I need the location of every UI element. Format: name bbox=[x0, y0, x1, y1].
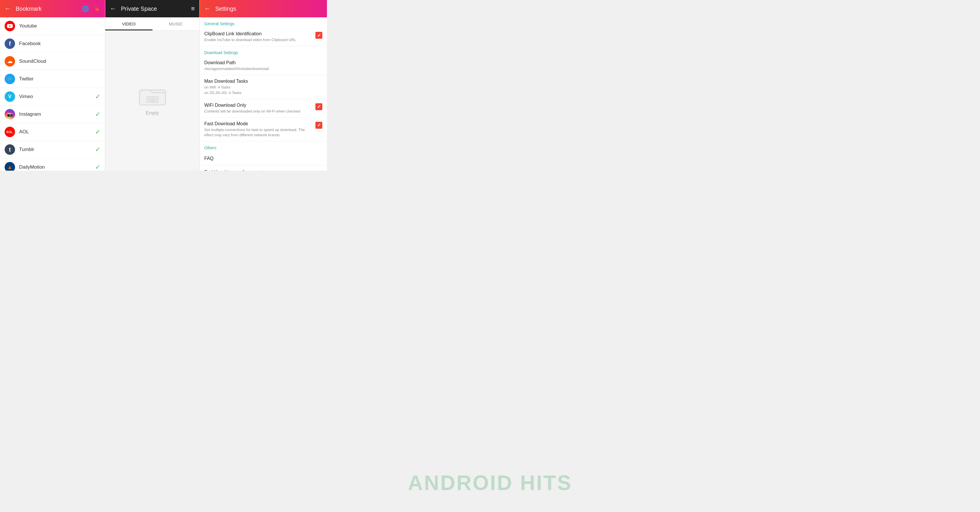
globe-icon[interactable]: 🌐 bbox=[82, 5, 89, 12]
bookmark-header: ← Bookmark 🌐 🔖 bbox=[0, 0, 105, 17]
site-name: Tumblr bbox=[19, 147, 95, 153]
item-text: Max Download Tasks on Wifi: 4 Tasks on 2… bbox=[204, 79, 322, 95]
empty-label: Empty bbox=[146, 110, 159, 116]
item-title: ClipBoard Link Identification bbox=[204, 31, 312, 37]
settings-panel: ← Settings General Settings ClipBoard Li… bbox=[200, 0, 327, 171]
bookmark-header-icons: 🌐 🔖 bbox=[82, 5, 100, 12]
bookmark-list: Youtube f Facebook ☁ SoundCloud 🐦 Twitte… bbox=[0, 17, 105, 171]
site-name: DailyMotion bbox=[19, 164, 95, 170]
item-title: Fast Download Mode bbox=[204, 121, 312, 126]
instagram-icon: 📷 bbox=[5, 109, 15, 119]
site-name: Facebook bbox=[19, 41, 100, 46]
site-name: SoundCloud bbox=[19, 59, 100, 64]
item-title: WiFi Download Only bbox=[204, 103, 312, 108]
settings-title: Settings bbox=[215, 5, 236, 12]
check-icon: ✓ bbox=[95, 93, 100, 100]
check-icon: ✓ bbox=[95, 128, 100, 136]
twitter-icon: 🐦 bbox=[5, 74, 15, 84]
private-space-panel: ← Private Space ≡ VIDEO MUSIC Empty bbox=[105, 0, 200, 171]
item-subtitle: on Wifi: 4 Tasks on 2G,3G,4G: 4 Tasks bbox=[204, 85, 319, 95]
item-text: Download Path /storage/emulated/0/Instub… bbox=[204, 60, 322, 72]
list-item[interactable]: ▲ DailyMotion ✓ bbox=[0, 159, 105, 171]
check-icon: ✓ bbox=[95, 146, 100, 153]
tab-music[interactable]: MUSIC bbox=[153, 17, 200, 30]
item-subtitle: /storage/emulated/0/Instube/download/ bbox=[204, 66, 319, 72]
bookmark-panel: ← Bookmark 🌐 🔖 Youtube f Facebook ☁ Soun… bbox=[0, 0, 105, 171]
menu-icon[interactable]: ≡ bbox=[191, 5, 195, 13]
download-settings-title: Download Settings bbox=[200, 46, 327, 57]
settings-item-max-tasks[interactable]: Max Download Tasks on Wifi: 4 Tasks on 2… bbox=[200, 75, 327, 99]
settings-list: General Settings ClipBoard Link Identifi… bbox=[200, 17, 327, 171]
settings-item-download-path[interactable]: Download Path /storage/emulated/0/Instub… bbox=[200, 57, 327, 75]
tab-video[interactable]: VIDEO bbox=[105, 17, 153, 30]
site-name: Twitter bbox=[19, 76, 100, 82]
list-item[interactable]: t Tumblr ✓ bbox=[0, 141, 105, 159]
site-name: Instagram bbox=[19, 111, 95, 117]
list-item[interactable]: ☁ SoundCloud bbox=[0, 52, 105, 70]
item-subtitle: Contents will be downloaded only on Wi-F… bbox=[204, 109, 312, 114]
bookmark-icon[interactable]: 🔖 bbox=[93, 5, 100, 12]
vimeo-icon: V bbox=[5, 91, 15, 102]
item-text: Fast Download Mode Set multiple connecti… bbox=[204, 121, 315, 138]
back-icon[interactable]: ← bbox=[204, 5, 211, 13]
check-icon: ✓ bbox=[95, 164, 100, 171]
list-item[interactable]: 📷 Instagram ✓ bbox=[0, 106, 105, 123]
private-space-title: Private Space bbox=[121, 5, 186, 12]
site-name: Vimeo bbox=[19, 94, 95, 100]
aol-icon: AOL. bbox=[5, 127, 15, 137]
empty-folder-icon bbox=[138, 86, 167, 106]
item-subtitle: Set multiple connections for task to spe… bbox=[204, 127, 312, 138]
checkbox-clipboard[interactable] bbox=[315, 32, 322, 39]
bookmark-title: Bookmark bbox=[16, 5, 77, 12]
private-content: Empty bbox=[105, 31, 199, 171]
checkbox-wifi[interactable] bbox=[315, 103, 322, 110]
item-text: WiFi Download Only Contents will be down… bbox=[204, 103, 315, 114]
settings-item-wifi-only[interactable]: WiFi Download Only Contents will be down… bbox=[200, 99, 327, 118]
site-name: Youtube bbox=[19, 23, 100, 29]
item-text: ClipBoard Link Identification Enable Ins… bbox=[204, 31, 315, 43]
soundcloud-icon: ☁ bbox=[5, 56, 15, 67]
list-item[interactable]: Youtube bbox=[0, 17, 105, 35]
private-tabs: VIDEO MUSIC bbox=[105, 17, 199, 31]
item-subtitle: Enable InsTube to download video from Cl… bbox=[204, 37, 312, 43]
youtube-icon bbox=[5, 21, 15, 31]
list-item[interactable]: V Vimeo ✓ bbox=[0, 88, 105, 106]
facebook-icon: f bbox=[5, 38, 15, 49]
dailymotion-icon: ▲ bbox=[5, 162, 15, 171]
item-title: End User License Agreement bbox=[204, 170, 322, 171]
tumblr-icon: t bbox=[5, 144, 15, 155]
item-title: Download Path bbox=[204, 60, 319, 65]
item-title: FAQ bbox=[204, 156, 322, 161]
list-item[interactable]: 🐦 Twitter bbox=[0, 70, 105, 88]
settings-header: ← Settings bbox=[200, 0, 327, 17]
check-icon: ✓ bbox=[95, 110, 100, 118]
settings-item-clipboard[interactable]: ClipBoard Link Identification Enable Ins… bbox=[200, 28, 327, 46]
settings-item-fast-download[interactable]: Fast Download Mode Set multiple connecti… bbox=[200, 118, 327, 142]
site-name: AOL bbox=[19, 129, 95, 135]
settings-item-faq[interactable]: FAQ bbox=[200, 152, 327, 165]
list-item[interactable]: AOL. AOL ✓ bbox=[0, 123, 105, 141]
general-settings-title: General Settings bbox=[200, 17, 327, 28]
others-title: Others bbox=[200, 142, 327, 152]
item-title: Max Download Tasks bbox=[204, 79, 319, 84]
private-header: ← Private Space ≡ bbox=[105, 0, 199, 17]
checkbox-fast-download[interactable] bbox=[315, 122, 322, 129]
settings-item-eula[interactable]: End User License Agreement bbox=[200, 165, 327, 171]
back-icon[interactable]: ← bbox=[5, 5, 11, 13]
list-item[interactable]: f Facebook bbox=[0, 35, 105, 52]
back-icon[interactable]: ← bbox=[110, 5, 116, 13]
